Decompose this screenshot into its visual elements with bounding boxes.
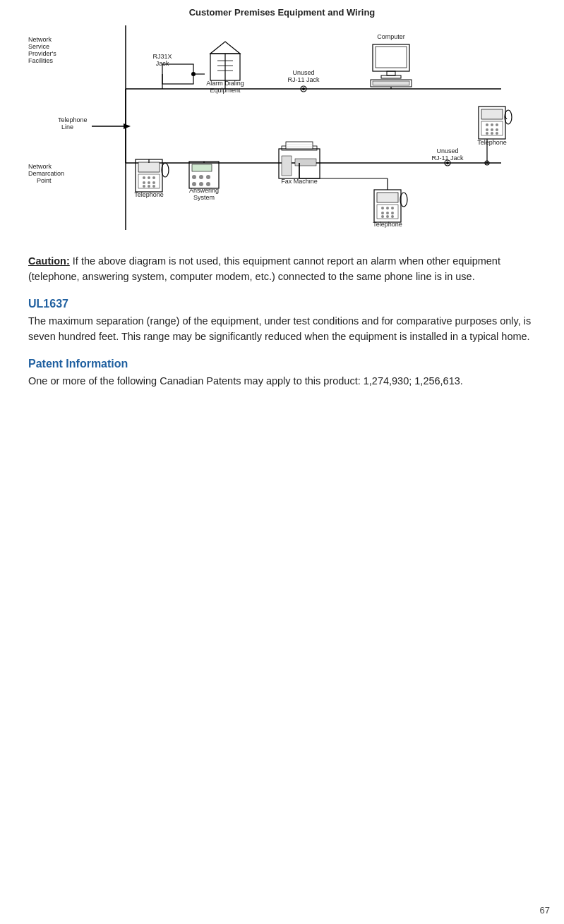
svg-text:Network: Network bbox=[28, 163, 52, 170]
ul1637-text: The maximum separation (range) of the eq… bbox=[28, 313, 536, 345]
ul1637-section: UL1637 The maximum separation (range) of… bbox=[28, 298, 536, 345]
svg-rect-16 bbox=[373, 44, 409, 71]
svg-text:RJ-11 Jack: RJ-11 Jack bbox=[431, 154, 464, 162]
svg-text:Demarcation: Demarcation bbox=[28, 170, 64, 177]
svg-point-31 bbox=[496, 128, 498, 131]
svg-point-55 bbox=[192, 175, 196, 179]
svg-rect-54 bbox=[192, 164, 212, 171]
svg-point-33 bbox=[491, 132, 493, 135]
svg-text:System: System bbox=[193, 194, 215, 201]
diagram-title: Customer Premises Equipment and Wiring bbox=[21, 7, 543, 18]
caution-text: If the above diagram is not used, this e… bbox=[28, 255, 500, 282]
svg-marker-9 bbox=[210, 42, 240, 54]
svg-rect-17 bbox=[376, 47, 407, 68]
svg-point-45 bbox=[152, 176, 155, 179]
svg-point-47 bbox=[148, 181, 150, 184]
patent-title: Patent Information bbox=[28, 358, 536, 370]
svg-point-28 bbox=[496, 123, 498, 126]
ul1637-title: UL1637 bbox=[28, 298, 536, 310]
svg-text:Computer: Computer bbox=[377, 33, 405, 40]
svg-text:Telephone: Telephone bbox=[373, 221, 402, 228]
svg-rect-5 bbox=[162, 64, 193, 84]
svg-point-51 bbox=[152, 185, 155, 188]
svg-text:Unused: Unused bbox=[436, 147, 458, 154]
svg-point-73 bbox=[391, 207, 394, 209]
svg-text:Telephone: Telephone bbox=[134, 191, 164, 198]
svg-point-60 bbox=[206, 182, 210, 186]
svg-point-34 bbox=[496, 132, 498, 135]
svg-text:Line: Line bbox=[61, 123, 73, 130]
svg-point-75 bbox=[386, 212, 389, 214]
svg-text:Network: Network bbox=[28, 36, 52, 43]
patent-text: One or more of the following Canadian Pa… bbox=[28, 373, 536, 389]
svg-point-27 bbox=[491, 123, 493, 126]
svg-point-85 bbox=[446, 162, 449, 164]
svg-point-26 bbox=[486, 123, 488, 126]
svg-rect-21 bbox=[373, 81, 409, 85]
svg-point-74 bbox=[381, 212, 384, 214]
svg-text:RJ-11 Jack: RJ-11 Jack bbox=[287, 76, 320, 83]
svg-point-71 bbox=[381, 207, 384, 209]
svg-point-49 bbox=[143, 185, 145, 188]
svg-point-78 bbox=[386, 215, 389, 218]
svg-point-48 bbox=[152, 181, 155, 184]
svg-point-15 bbox=[302, 87, 305, 90]
svg-point-58 bbox=[192, 182, 196, 186]
svg-rect-41 bbox=[138, 162, 160, 172]
svg-rect-69 bbox=[377, 193, 398, 202]
page-number: 67 bbox=[540, 905, 550, 916]
svg-point-59 bbox=[199, 182, 203, 186]
patent-section: Patent Information One or more of the fo… bbox=[28, 358, 536, 389]
svg-point-79 bbox=[391, 215, 394, 218]
svg-point-29 bbox=[486, 128, 488, 131]
svg-text:Provider's: Provider's bbox=[28, 50, 56, 57]
svg-point-43 bbox=[143, 176, 145, 179]
svg-point-57 bbox=[206, 175, 210, 179]
svg-rect-67 bbox=[295, 159, 316, 166]
svg-text:Answering: Answering bbox=[189, 187, 219, 194]
svg-text:RJ31X: RJ31X bbox=[152, 53, 172, 60]
diagram-wrapper: Network Service Provider's Facilities Te… bbox=[21, 22, 544, 241]
svg-point-30 bbox=[491, 128, 493, 131]
svg-point-44 bbox=[148, 176, 150, 179]
svg-rect-24 bbox=[481, 109, 503, 119]
svg-text:Unused: Unused bbox=[292, 69, 314, 76]
svg-rect-66 bbox=[282, 156, 292, 176]
svg-point-56 bbox=[199, 175, 203, 179]
diagram-svg: Network Service Provider's Facilities Te… bbox=[21, 22, 544, 241]
svg-text:Fax Machine: Fax Machine bbox=[281, 178, 318, 185]
svg-text:Telephone: Telephone bbox=[477, 139, 507, 146]
svg-text:Service: Service bbox=[28, 43, 49, 50]
svg-point-72 bbox=[386, 207, 389, 209]
caution-label: Caution: bbox=[28, 255, 70, 267]
svg-point-46 bbox=[143, 181, 145, 184]
svg-text:Telephone: Telephone bbox=[58, 116, 88, 123]
svg-rect-18 bbox=[387, 71, 395, 75]
svg-point-32 bbox=[486, 132, 488, 135]
svg-text:Facilities: Facilities bbox=[28, 57, 54, 64]
svg-point-77 bbox=[381, 215, 384, 218]
svg-point-50 bbox=[148, 185, 150, 188]
svg-rect-63 bbox=[286, 142, 313, 149]
svg-text:Jack: Jack bbox=[156, 60, 169, 67]
svg-marker-4 bbox=[124, 123, 131, 129]
svg-point-76 bbox=[391, 212, 394, 214]
page-container: Customer Premises Equipment and Wiring bbox=[0, 0, 564, 924]
svg-rect-19 bbox=[381, 75, 401, 78]
caution-paragraph: Caution: If the above diagram is not use… bbox=[28, 253, 536, 285]
svg-text:Point: Point bbox=[37, 177, 52, 184]
diagram-section: Customer Premises Equipment and Wiring bbox=[21, 7, 543, 241]
content-section: Caution: If the above diagram is not use… bbox=[28, 253, 536, 389]
